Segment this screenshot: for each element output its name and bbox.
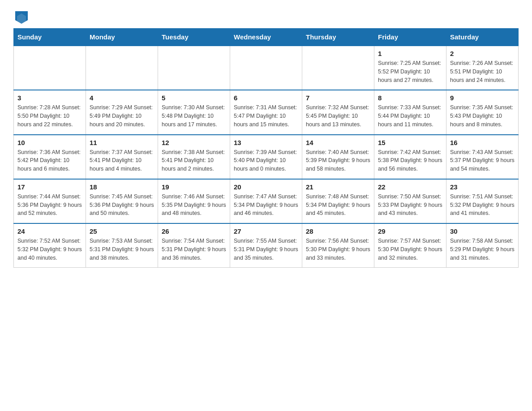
day-info: Sunrise: 7:52 AM Sunset: 5:32 PM Dayligh…	[17, 237, 82, 262]
day-number: 1	[378, 50, 442, 57]
day-info: Sunrise: 7:25 AM Sunset: 5:52 PM Dayligh…	[378, 59, 442, 84]
day-info: Sunrise: 7:43 AM Sunset: 5:37 PM Dayligh…	[450, 148, 515, 173]
calendar-week-row: 1Sunrise: 7:25 AM Sunset: 5:52 PM Daylig…	[14, 46, 519, 90]
day-info: Sunrise: 7:37 AM Sunset: 5:41 PM Dayligh…	[90, 148, 154, 173]
day-info: Sunrise: 7:55 AM Sunset: 5:31 PM Dayligh…	[234, 237, 298, 262]
calendar-cell	[86, 46, 158, 90]
calendar-cell	[14, 46, 86, 90]
day-number: 21	[306, 183, 370, 191]
calendar-cell: 29Sunrise: 7:57 AM Sunset: 5:30 PM Dayli…	[374, 223, 446, 268]
day-number: 11	[90, 139, 154, 146]
calendar-cell: 7Sunrise: 7:32 AM Sunset: 5:45 PM Daylig…	[302, 90, 374, 134]
day-info: Sunrise: 7:28 AM Sunset: 5:50 PM Dayligh…	[17, 103, 82, 128]
day-number: 25	[90, 227, 154, 235]
calendar-cell: 17Sunrise: 7:44 AM Sunset: 5:36 PM Dayli…	[14, 179, 86, 223]
day-info: Sunrise: 7:40 AM Sunset: 5:39 PM Dayligh…	[306, 148, 370, 173]
calendar-cell: 24Sunrise: 7:52 AM Sunset: 5:32 PM Dayli…	[14, 223, 86, 268]
calendar-cell: 2Sunrise: 7:26 AM Sunset: 5:51 PM Daylig…	[446, 46, 519, 90]
day-number: 24	[17, 227, 82, 235]
day-info: Sunrise: 7:35 AM Sunset: 5:43 PM Dayligh…	[450, 103, 515, 128]
calendar-cell: 8Sunrise: 7:33 AM Sunset: 5:44 PM Daylig…	[374, 90, 446, 134]
calendar-cell: 26Sunrise: 7:54 AM Sunset: 5:31 PM Dayli…	[158, 223, 230, 268]
day-info: Sunrise: 7:58 AM Sunset: 5:29 PM Dayligh…	[450, 237, 515, 262]
logo-icon	[15, 11, 28, 24]
day-number: 13	[234, 139, 298, 146]
calendar-cell: 30Sunrise: 7:58 AM Sunset: 5:29 PM Dayli…	[446, 223, 519, 268]
day-info: Sunrise: 7:38 AM Sunset: 5:41 PM Dayligh…	[162, 148, 226, 173]
day-info: Sunrise: 7:33 AM Sunset: 5:44 PM Dayligh…	[378, 103, 442, 128]
day-number: 9	[450, 94, 515, 102]
calendar-cell: 6Sunrise: 7:31 AM Sunset: 5:47 PM Daylig…	[230, 90, 302, 134]
weekday-header-monday: Monday	[86, 29, 158, 46]
weekday-header-friday: Friday	[374, 29, 446, 46]
day-info: Sunrise: 7:47 AM Sunset: 5:34 PM Dayligh…	[234, 193, 298, 218]
day-number: 10	[17, 139, 82, 146]
day-number: 20	[234, 183, 298, 191]
day-number: 28	[306, 227, 370, 235]
day-number: 3	[17, 94, 82, 102]
calendar-cell: 27Sunrise: 7:55 AM Sunset: 5:31 PM Dayli…	[230, 223, 302, 268]
weekday-header-thursday: Thursday	[302, 29, 374, 46]
day-info: Sunrise: 7:51 AM Sunset: 5:32 PM Dayligh…	[450, 193, 515, 218]
day-number: 12	[162, 139, 226, 146]
day-info: Sunrise: 7:44 AM Sunset: 5:36 PM Dayligh…	[17, 193, 82, 218]
calendar-cell: 18Sunrise: 7:45 AM Sunset: 5:36 PM Dayli…	[86, 179, 158, 223]
calendar-cell: 13Sunrise: 7:39 AM Sunset: 5:40 PM Dayli…	[230, 135, 302, 179]
calendar-cell: 19Sunrise: 7:46 AM Sunset: 5:35 PM Dayli…	[158, 179, 230, 223]
day-number: 16	[450, 139, 515, 146]
calendar-cell: 3Sunrise: 7:28 AM Sunset: 5:50 PM Daylig…	[14, 90, 86, 134]
calendar-cell: 20Sunrise: 7:47 AM Sunset: 5:34 PM Dayli…	[230, 179, 302, 223]
calendar-week-row: 24Sunrise: 7:52 AM Sunset: 5:32 PM Dayli…	[14, 223, 519, 268]
day-info: Sunrise: 7:57 AM Sunset: 5:30 PM Dayligh…	[378, 237, 442, 262]
day-info: Sunrise: 7:56 AM Sunset: 5:30 PM Dayligh…	[306, 237, 370, 262]
calendar-cell: 14Sunrise: 7:40 AM Sunset: 5:39 PM Dayli…	[302, 135, 374, 179]
logo	[13, 13, 28, 24]
weekday-header-wednesday: Wednesday	[230, 29, 302, 46]
calendar-cell: 11Sunrise: 7:37 AM Sunset: 5:41 PM Dayli…	[86, 135, 158, 179]
calendar-cell: 15Sunrise: 7:42 AM Sunset: 5:38 PM Dayli…	[374, 135, 446, 179]
weekday-header-tuesday: Tuesday	[158, 29, 230, 46]
day-number: 19	[162, 183, 226, 191]
day-number: 29	[378, 227, 442, 235]
calendar-cell: 28Sunrise: 7:56 AM Sunset: 5:30 PM Dayli…	[302, 223, 374, 268]
weekday-header-saturday: Saturday	[446, 29, 519, 46]
day-number: 14	[306, 139, 370, 146]
day-info: Sunrise: 7:45 AM Sunset: 5:36 PM Dayligh…	[90, 193, 154, 218]
day-number: 18	[90, 183, 154, 191]
calendar-cell: 5Sunrise: 7:30 AM Sunset: 5:48 PM Daylig…	[158, 90, 230, 134]
calendar-cell: 1Sunrise: 7:25 AM Sunset: 5:52 PM Daylig…	[374, 46, 446, 90]
day-number: 6	[234, 94, 298, 102]
day-number: 30	[450, 227, 515, 235]
day-number: 23	[450, 183, 515, 191]
day-info: Sunrise: 7:29 AM Sunset: 5:49 PM Dayligh…	[90, 103, 154, 128]
calendar-week-row: 10Sunrise: 7:36 AM Sunset: 5:42 PM Dayli…	[14, 135, 519, 179]
day-number: 4	[90, 94, 154, 102]
day-number: 22	[378, 183, 442, 191]
day-info: Sunrise: 7:32 AM Sunset: 5:45 PM Dayligh…	[306, 103, 370, 128]
calendar-week-row: 17Sunrise: 7:44 AM Sunset: 5:36 PM Dayli…	[14, 179, 519, 223]
day-info: Sunrise: 7:53 AM Sunset: 5:31 PM Dayligh…	[90, 237, 154, 262]
day-info: Sunrise: 7:36 AM Sunset: 5:42 PM Dayligh…	[17, 148, 82, 173]
day-info: Sunrise: 7:26 AM Sunset: 5:51 PM Dayligh…	[450, 59, 515, 84]
calendar-week-row: 3Sunrise: 7:28 AM Sunset: 5:50 PM Daylig…	[14, 90, 519, 134]
day-info: Sunrise: 7:39 AM Sunset: 5:40 PM Dayligh…	[234, 148, 298, 173]
day-info: Sunrise: 7:46 AM Sunset: 5:35 PM Dayligh…	[162, 193, 226, 218]
calendar-cell: 4Sunrise: 7:29 AM Sunset: 5:49 PM Daylig…	[86, 90, 158, 134]
day-number: 15	[378, 139, 442, 146]
calendar-cell: 21Sunrise: 7:48 AM Sunset: 5:34 PM Dayli…	[302, 179, 374, 223]
calendar-cell: 9Sunrise: 7:35 AM Sunset: 5:43 PM Daylig…	[446, 90, 519, 134]
day-number: 8	[378, 94, 442, 102]
calendar-cell: 12Sunrise: 7:38 AM Sunset: 5:41 PM Dayli…	[158, 135, 230, 179]
calendar-cell: 10Sunrise: 7:36 AM Sunset: 5:42 PM Dayli…	[14, 135, 86, 179]
day-number: 17	[17, 183, 82, 191]
calendar-cell	[158, 46, 230, 90]
day-number: 27	[234, 227, 298, 235]
day-info: Sunrise: 7:48 AM Sunset: 5:34 PM Dayligh…	[306, 193, 370, 218]
calendar-cell	[230, 46, 302, 90]
calendar-table: SundayMondayTuesdayWednesdayThursdayFrid…	[13, 28, 519, 268]
day-info: Sunrise: 7:31 AM Sunset: 5:47 PM Dayligh…	[234, 103, 298, 128]
weekday-header-row: SundayMondayTuesdayWednesdayThursdayFrid…	[14, 29, 519, 46]
calendar-cell: 25Sunrise: 7:53 AM Sunset: 5:31 PM Dayli…	[86, 223, 158, 268]
day-info: Sunrise: 7:54 AM Sunset: 5:31 PM Dayligh…	[162, 237, 226, 262]
day-number: 2	[450, 50, 515, 57]
